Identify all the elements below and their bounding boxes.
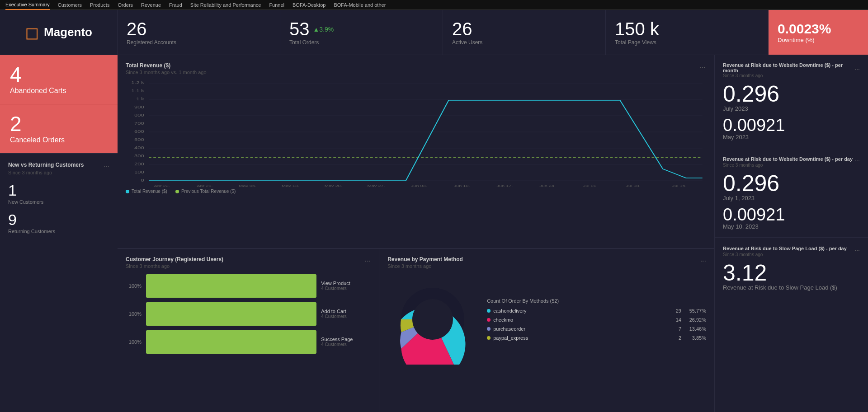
payment-dots[interactable]: ...: [700, 255, 706, 263]
svg-text:Jul 15,: Jul 15,: [672, 184, 687, 187]
nav-funnel[interactable]: Funnel: [269, 2, 284, 8]
stat-label: Active Users: [452, 39, 596, 46]
funnel-bar: [146, 274, 316, 298]
funnel-bar: [146, 330, 316, 354]
svg-text:1.2 k: 1.2 k: [131, 80, 144, 85]
nav-fraud[interactable]: Fraud: [169, 2, 182, 8]
donut-section: Count Of Order By Methods (52) cashondel…: [387, 274, 706, 365]
nav-products[interactable]: Products: [90, 2, 109, 8]
funnel-label: Add to Cart 4 Customers: [321, 309, 371, 319]
legend-previous-revenue: Previous Total Revenue ($): [175, 189, 236, 194]
svg-text:1.1 k: 1.1 k: [131, 89, 144, 93]
bottom-row: Customer Journey (Registered Users) ... …: [118, 248, 714, 412]
abandoned-carts-number: 4: [10, 64, 108, 85]
nav-orders[interactable]: Orders: [118, 2, 133, 8]
stat-number: 53 ▲3.9%: [289, 19, 434, 39]
right-widget-2-dots[interactable]: ...: [854, 155, 860, 163]
stat-label: Total Orders: [289, 39, 434, 46]
right-widget-3-title: Revenue at Risk due to Slow Page Load ($…: [723, 246, 847, 251]
sidebar: 4 Abandoned Carts 2 Canceled Orders New …: [0, 55, 118, 412]
metric-num: 1: [8, 182, 109, 199]
center-area: Total Revenue ($) ... Since 3 months ago…: [118, 55, 714, 412]
widget-dots-menu[interactable]: ...: [104, 161, 109, 169]
payment-row-2: checkmo 14 26.92%: [487, 317, 706, 323]
payment-count: 2: [670, 335, 681, 341]
svg-text:600: 600: [134, 129, 144, 134]
funnel-pct: 100%: [126, 339, 142, 345]
stat-active-users: 26 Active Users: [443, 10, 606, 55]
payment-name: paypal_express: [493, 335, 528, 341]
stat-total-orders: 53 ▲3.9% Total Orders: [280, 10, 443, 55]
payment-legend-title: Count Of Order By Methods (52): [487, 298, 706, 304]
nav-bofa-mobile[interactable]: BOFA-Mobile and other: [334, 2, 386, 8]
downtime-label: Downtime (%): [778, 37, 859, 43]
funnel-pct: 100%: [126, 311, 142, 317]
right-widget-2-sub: Since 3 months ago: [723, 163, 860, 168]
payment-name: cashondelivery: [493, 308, 526, 314]
revenue-chart-panel: Total Revenue ($) ... Since 3 months ago…: [118, 55, 714, 248]
journey-dots[interactable]: ...: [365, 255, 371, 263]
payment-dot: [487, 327, 491, 331]
payment-count: 7: [670, 326, 681, 332]
nav-executive-summary[interactable]: Executive Summary: [5, 0, 50, 10]
right-widget-1-dots[interactable]: ...: [854, 64, 860, 71]
revenue-chart-dots[interactable]: ...: [700, 61, 706, 70]
payment-subtitle: Since 3 months ago: [387, 263, 706, 269]
svg-text:900: 900: [134, 105, 144, 109]
top-nav: Executive Summary Customers Products Ord…: [0, 0, 868, 10]
metric-label: Returning Customers: [8, 229, 109, 234]
revenue-chart-subtitle: Since 3 months ago vs. 1 month ago: [126, 70, 706, 75]
right-widget-1-main-label: July 2023: [723, 105, 860, 112]
nav-site-reliability[interactable]: Site Reliability and Performance: [190, 2, 261, 8]
payment-pct: 26.92%: [681, 317, 706, 323]
right-widget-1-title: Revenue at Risk due to Website Downtime …: [723, 62, 854, 73]
right-widget-2-main-label: July 1, 2023: [723, 195, 860, 201]
logo-icon: ◻: [25, 23, 39, 42]
nav-customers[interactable]: Customers: [58, 2, 82, 8]
main-content: 4 Abandoned Carts 2 Canceled Orders New …: [0, 55, 868, 412]
legend-total-revenue: Total Revenue ($): [126, 189, 167, 194]
new-vs-returning-widget: New vs Returning Customers ... Since 3 m…: [0, 154, 118, 412]
payment-dot: [487, 309, 491, 313]
right-widget-1-main-num: 0.296: [723, 83, 860, 105]
right-widget-3: Revenue at Risk due to Slow Page Load ($…: [715, 238, 868, 298]
logo-box: ◻ Magento: [0, 10, 118, 55]
nav-revenue[interactable]: Revenue: [141, 2, 161, 8]
logo-text: Magento: [44, 25, 92, 39]
right-widget-2-main-num: 0.296: [723, 172, 860, 195]
right-widget-2-title: Revenue at Risk due to Website Downtime …: [723, 156, 853, 162]
canceled-orders-alert[interactable]: 2 Canceled Orders: [0, 104, 118, 154]
svg-text:May 20,: May 20,: [325, 184, 342, 187]
funnel-bar: [146, 302, 316, 326]
widget-subtitle: Since 3 months ago: [8, 170, 109, 175]
svg-text:700: 700: [134, 121, 144, 126]
donut-chart-wrap: [387, 274, 478, 365]
right-widget-3-main-label: Revenue at Risk due to Slow Page Load ($…: [723, 284, 860, 291]
funnel-bar-wrap: [146, 330, 316, 354]
funnel-pct: 100%: [126, 283, 142, 289]
total-revenue-line: [149, 100, 703, 181]
funnel-row-3: 100% Success Page 4 Customers: [126, 330, 371, 354]
metric-num: 9: [8, 211, 109, 229]
right-panel: Revenue at Risk due to Website Downtime …: [714, 55, 868, 412]
right-widget-3-dots[interactable]: ...: [854, 245, 860, 252]
svg-text:100: 100: [134, 170, 144, 174]
svg-text:Apr 22,: Apr 22,: [154, 184, 170, 187]
svg-text:Jun 10,: Jun 10,: [454, 184, 470, 187]
funnel-label: View Product 4 Customers: [321, 281, 371, 291]
nav-bofa-desktop[interactable]: BOFA-Desktop: [292, 2, 326, 8]
svg-point-47: [412, 299, 453, 340]
abandoned-carts-alert[interactable]: 4 Abandoned Carts: [0, 55, 118, 104]
svg-text:May 13,: May 13,: [282, 184, 299, 187]
revenue-chart-svg: 1.2 k 1.1 k 1 k 900 800 700 600 500 400 …: [126, 79, 706, 187]
stat-registered-accounts: 26 Registered Accounts: [118, 10, 280, 55]
funnel-row-2: 100% Add to Cart 4 Customers: [126, 302, 371, 326]
right-widget-1-sub-num: 0.00921: [723, 117, 860, 134]
svg-text:400: 400: [134, 145, 144, 150]
abandoned-carts-label: Abandoned Carts: [10, 87, 108, 95]
journey-subtitle: Since 3 months ago: [126, 263, 371, 269]
svg-text:Jul 08,: Jul 08,: [626, 184, 641, 187]
stat-page-views: 150 k Total Page Views: [606, 10, 769, 55]
svg-text:May 27,: May 27,: [368, 184, 385, 187]
canceled-orders-label: Canceled Orders: [10, 136, 108, 144]
